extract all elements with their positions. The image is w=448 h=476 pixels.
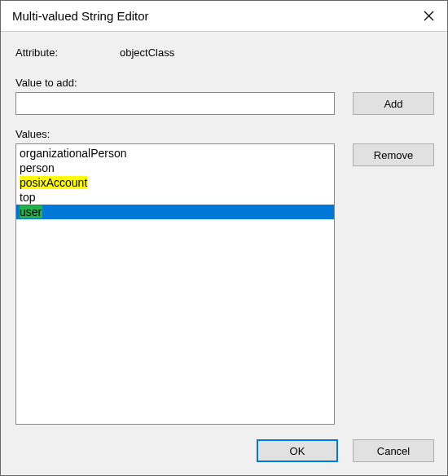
dialog-window: Multi-valued String Editor Attribute: ob… [0,0,448,476]
titlebar: Multi-valued String Editor [1,1,447,32]
attribute-label: Attribute: [15,46,120,59]
close-icon [424,11,434,21]
values-label: Values: [15,128,434,140]
add-button[interactable]: Add [353,92,434,115]
value-to-add-input[interactable] [15,92,335,115]
list-item[interactable]: posixAccount [16,175,334,190]
attribute-row: Attribute: objectClass [15,46,434,59]
value-to-add-row: Add [15,92,434,115]
values-row: organizationalPersonpersonposixAccountto… [15,143,434,425]
values-listbox[interactable]: organizationalPersonpersonposixAccountto… [15,143,335,425]
close-button[interactable] [410,1,447,32]
list-item[interactable]: person [16,161,334,175]
attribute-value: objectClass [120,46,174,59]
cancel-button[interactable]: Cancel [353,439,434,462]
list-item[interactable]: organizationalPerson [16,146,334,161]
highlighted-text: user [20,205,42,218]
value-to-add-label: Value to add: [15,77,434,89]
window-title: Multi-valued String Editor [12,9,149,23]
dialog-footer: OK Cancel [15,425,434,462]
remove-button[interactable]: Remove [353,143,434,166]
dialog-content: Attribute: objectClass Value to add: Add… [1,32,447,475]
highlighted-text: posixAccount [20,176,87,189]
values-side-column: Remove [353,143,434,425]
list-item[interactable]: top [16,190,334,205]
ok-button[interactable]: OK [257,439,338,462]
list-item[interactable]: user [16,205,334,219]
